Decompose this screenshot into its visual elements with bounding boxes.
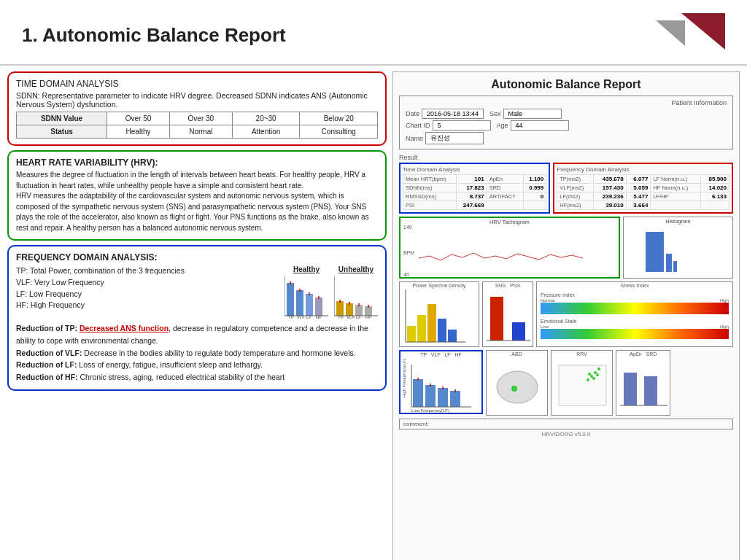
apen-srd-label: ApEn SRD bbox=[616, 351, 670, 357]
time-domain-title: TIME DOMAIN ANALYSIS bbox=[16, 79, 378, 89]
svg-rect-35 bbox=[417, 315, 426, 342]
freq-section: FREQUENCY DOMAIN ANALYSIS: TP: Total Pow… bbox=[7, 245, 387, 391]
apen-srd-box: ApEn SRD bbox=[616, 350, 670, 416]
fd-param-lfhf: LF/HF bbox=[651, 192, 700, 201]
healthy-chart: Healthy bbox=[285, 265, 328, 319]
freq-domain-table: TP(ms2) 435.678 6.077 LF Norm(n.u.) 85.9… bbox=[557, 174, 729, 210]
vlf-text: VLF: Very Low Frequency bbox=[16, 277, 277, 289]
sex-label: Sex bbox=[489, 110, 501, 117]
svg-point-62 bbox=[592, 377, 595, 380]
td-val-0: 101 bbox=[456, 175, 487, 184]
fd-val-00: 435.678 bbox=[593, 175, 626, 184]
svg-rect-34 bbox=[407, 326, 416, 342]
svg-text:BPM: BPM bbox=[403, 250, 414, 255]
age-field: Age 44 bbox=[497, 120, 569, 131]
psd-label: Power Spectral Density bbox=[400, 283, 479, 288]
rrv-svg bbox=[551, 351, 614, 415]
svg-rect-6 bbox=[315, 298, 322, 316]
unhealthy-label: Unhealthy bbox=[334, 265, 378, 273]
fd-param-1: VLF(ms2) bbox=[557, 184, 594, 192]
sex-field: Sex Male bbox=[489, 109, 562, 119]
time-domain-section: TIME DOMAIN ANALYSIS SDNN: Representativ… bbox=[7, 71, 387, 146]
fd-val-01: 6.077 bbox=[626, 175, 651, 184]
name-field: Name 유진성 bbox=[406, 132, 484, 144]
date-value: 2016-05-18 13:44 bbox=[422, 109, 484, 119]
svg-rect-31 bbox=[646, 232, 664, 272]
emo-gradient bbox=[541, 329, 729, 339]
version-bar: HRVIDORG v5.0.0 bbox=[399, 431, 733, 438]
svg-point-60 bbox=[587, 378, 589, 381]
svg-point-64 bbox=[596, 373, 599, 376]
svg-rect-37 bbox=[438, 319, 446, 342]
svg-rect-38 bbox=[448, 330, 457, 342]
fd-val-11: 5.059 bbox=[626, 184, 651, 192]
sdnn-table: SDNN Value Over 50 Over 30 20~30 Below 2… bbox=[16, 112, 378, 139]
svg-rect-50 bbox=[450, 391, 460, 407]
svg-rect-32 bbox=[666, 254, 672, 272]
sdnn-status-4: Consulting bbox=[300, 125, 378, 139]
bottom-charts-row2: TP VLF LF HF High Frequency(LF) bbox=[399, 350, 733, 416]
svg-rect-14 bbox=[336, 301, 344, 316]
freq-domain-box-title: Frequency Domain Analysis bbox=[557, 166, 729, 173]
histogram-svg bbox=[624, 217, 732, 279]
svg-text:HF: HF bbox=[365, 315, 371, 319]
name-label: Name bbox=[406, 135, 423, 142]
svg-text:HF: HF bbox=[316, 315, 322, 319]
fd-val-30: 39.010 bbox=[593, 201, 626, 210]
td-val-r0: 1.100 bbox=[523, 175, 546, 184]
svg-rect-66 bbox=[644, 376, 657, 405]
sdnn-header-3: 20~30 bbox=[232, 112, 300, 125]
hrv-title: HEART RATE VARIABILITY (HRV): bbox=[16, 158, 378, 168]
td-val-1: 17.823 bbox=[456, 184, 487, 192]
hrv-tachogram-label: HRV Tachogram bbox=[400, 219, 619, 225]
sdnn-status-1: Healthy bbox=[107, 125, 170, 139]
td-val-r1: 0.999 bbox=[523, 184, 546, 192]
decreased-ans: Decreased ANS function bbox=[80, 324, 169, 332]
svg-rect-46 bbox=[425, 385, 436, 407]
svg-text:VLF: VLF bbox=[347, 315, 355, 319]
rrv-label: RRV bbox=[551, 351, 612, 357]
sdnn-row-label: Status bbox=[17, 125, 107, 139]
fd-param-2: LF(ms2) bbox=[557, 192, 594, 201]
svg-rect-36 bbox=[427, 304, 436, 342]
fd-val-hf: 14.020 bbox=[700, 184, 729, 192]
svg-rect-48 bbox=[438, 388, 448, 407]
apen-srd-svg bbox=[616, 351, 671, 415]
td-val-3: 247.669 bbox=[456, 201, 487, 210]
svg-text:Low Frequency(LF): Low Frequency(LF) bbox=[411, 408, 449, 413]
psd-box: Power Spectral Density bbox=[399, 281, 479, 347]
date-label: Date bbox=[406, 110, 419, 117]
age-label: Age bbox=[497, 122, 508, 129]
td-param-r0: ApEn bbox=[487, 175, 523, 184]
tp-vlf-lf-hf-box: TP VLF LF HF High Frequency(LF) bbox=[399, 350, 483, 414]
sns-pns-box: SNS PNS bbox=[482, 281, 533, 347]
svg-rect-4 bbox=[306, 294, 313, 316]
sns-pns-svg bbox=[483, 282, 534, 348]
comment-bar: comment: bbox=[399, 419, 733, 429]
rrv-box: RRV bbox=[551, 350, 613, 416]
psd-svg bbox=[400, 282, 480, 348]
svg-text:LF: LF bbox=[306, 315, 311, 319]
time-domain-box-title: Time Domain Analysis bbox=[403, 166, 546, 173]
svg-text:TP: TP bbox=[288, 315, 294, 319]
date-field: Date 2016-05-18 13:44 bbox=[406, 109, 484, 119]
fd-param-0: TP(ms2) bbox=[557, 175, 594, 184]
sdnn-header-0: SDNN Value bbox=[17, 112, 107, 125]
svg-point-55 bbox=[497, 371, 538, 403]
patient-row-2: Chart ID 5 Age 44 bbox=[406, 120, 727, 131]
sdnn-header-2: Over 30 bbox=[169, 112, 232, 125]
tp-vlf-label: TP VLF LF HF bbox=[400, 352, 481, 357]
freq-charts: Healthy bbox=[285, 265, 378, 319]
healthy-label: Healthy bbox=[285, 265, 328, 273]
time-domain-box: Time Domain Analysis Mean HRT(bpm) 101 A… bbox=[399, 163, 550, 214]
svg-point-63 bbox=[588, 373, 591, 376]
svg-text:LF: LF bbox=[356, 315, 361, 319]
stress-label: Stress Index bbox=[537, 283, 732, 288]
svg-rect-57 bbox=[559, 365, 606, 405]
svg-rect-44 bbox=[413, 379, 423, 407]
svg-rect-42 bbox=[512, 322, 525, 341]
fd-val-21: 5.477 bbox=[626, 192, 651, 201]
td-param-0: Mean HRT(bpm) bbox=[403, 175, 457, 184]
svg-text:VLF: VLF bbox=[297, 315, 305, 319]
patient-row-1: Date 2016-05-18 13:44 Sex Male bbox=[406, 109, 727, 119]
